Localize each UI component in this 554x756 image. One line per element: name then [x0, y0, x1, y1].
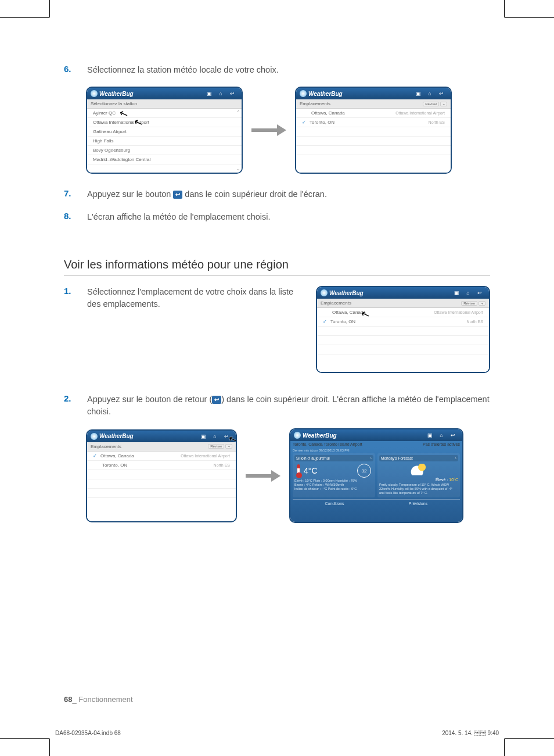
station-name: High Falls — [93, 138, 114, 144]
home-icon[interactable]: ⌂ — [462, 289, 474, 297]
location-station: Ottawa International Airport — [181, 454, 230, 458]
location-station: Ottawa International Airport — [434, 310, 483, 314]
station-item[interactable]: Aylmer QC ↖ — [87, 109, 242, 118]
tab-forecast[interactable]: Prévisions — [376, 500, 460, 507]
check-icon: ✓ — [302, 120, 306, 125]
step-b-2: 2. Appuyez sur le bouton de retour (↩) d… — [64, 393, 490, 418]
revise-button[interactable]: Réviser — [423, 102, 439, 106]
add-button[interactable]: + — [440, 102, 447, 106]
location-item — [296, 137, 451, 146]
return-icon: ↩ — [173, 191, 182, 199]
location-city: Toronto, ON — [310, 120, 334, 125]
flow-arrow-icon — [246, 471, 280, 481]
station-item[interactable]: Ottawa International Airport ↖ — [87, 118, 242, 127]
location-item — [87, 470, 236, 479]
crop-mark — [505, 17, 554, 18]
app-header: WeatherBug ▣ ⌂ ↩ ↖ — [87, 431, 236, 442]
save-icon[interactable]: ▣ — [203, 89, 215, 98]
weather-location-bar: Toronto, Canada Toronto Island Airport P… — [290, 441, 462, 447]
location-item — [87, 489, 236, 498]
app-brand-text: WeatherBug — [303, 432, 337, 439]
text-fragment: Appuyez sur le bouton de retour ( — [87, 395, 212, 404]
app-header: WeatherBug ▣ ⌂ ↩ — [87, 88, 242, 99]
return-icon[interactable]: ↩ — [447, 431, 459, 439]
panel-title: Emplacements Réviser + — [87, 442, 236, 452]
revise-button[interactable]: Réviser — [461, 301, 477, 306]
home-icon[interactable]: ⌂ — [209, 432, 221, 440]
today-panel: Si loin d' aujourd'hui › 4°C 32 Élevé : … — [293, 453, 375, 497]
return-icon[interactable]: ↩ — [226, 89, 238, 98]
header-buttons: Réviser + — [423, 102, 447, 106]
today-title-text: Si loin d' aujourd'hui — [296, 456, 330, 460]
scroll-down-icon[interactable]: ⌄ — [236, 166, 240, 171]
revise-button[interactable]: Réviser — [208, 444, 224, 449]
save-icon[interactable]: ▣ — [451, 289, 462, 297]
return-icon: ↩ — [212, 396, 221, 404]
footer-sep: _ — [72, 695, 76, 704]
home-icon[interactable]: ⌂ — [215, 89, 226, 98]
location-item[interactable]: Ottawa, Canada Ottawa International Airp… — [317, 308, 489, 317]
stat-line: Élevé : 10°C Pluie : 0.00mm Humidité : 7… — [294, 479, 373, 483]
step-text: Appuyez sur le bouton de retour (↩) dans… — [87, 393, 490, 418]
weatherbug-logo-icon — [91, 433, 98, 440]
text-fragment: dans le coin supérieur droit de l'écran. — [185, 189, 327, 199]
app-brand: WeatherBug — [294, 432, 424, 439]
station-name: Bovy Ogdensburg — [93, 148, 130, 153]
location-item[interactable]: Ottawa, Canada Ottawa International Airp… — [296, 109, 451, 118]
section-label: Fonctionnement — [78, 695, 132, 704]
step-number: 6. — [64, 64, 87, 74]
page-footer: 68_ Fonctionnement — [64, 695, 133, 704]
home-icon[interactable]: ⌂ — [436, 431, 447, 439]
stat-line: Indice de chaleur : --°C Point de rosée … — [294, 487, 373, 491]
thermometer-icon — [297, 464, 300, 477]
weatherbug-logo-icon — [321, 289, 328, 296]
step-number: 8. — [64, 211, 87, 221]
home-icon[interactable]: ⌂ — [424, 89, 436, 98]
forecast-title: Monday's Forecast › — [379, 455, 458, 461]
app-brand: WeatherBug — [321, 289, 451, 296]
return-icon[interactable]: ↩ — [436, 89, 447, 98]
location-item[interactable]: ✓ Ottawa, Canada Ottawa International Ai… — [87, 452, 236, 461]
location-item — [317, 354, 489, 363]
step-text: Sélectionnez la station météo locale de … — [87, 64, 490, 76]
screenshot-weather-detail: WeatherBug ▣ ⌂ ↩ Toronto, Canada Toronto… — [289, 428, 463, 523]
check-icon: ✓ — [323, 319, 327, 324]
step-b-1: 1. Sélectionnez l'emplacement de votre c… — [64, 286, 490, 373]
panel-title-text: Emplacements — [300, 101, 330, 106]
step-number: 2. — [64, 393, 87, 403]
location-item[interactable]: ✓ Toronto, ON North ES — [296, 118, 451, 127]
panel-title: Emplacements Réviser + — [317, 299, 489, 308]
weather-location: Toronto, Canada Toronto Island Airport — [293, 442, 362, 446]
station-item[interactable]: Gatineau Airport — [87, 127, 242, 137]
app-header: WeatherBug ▣ ⌂ ↩ — [296, 88, 451, 99]
screenshot-locations: WeatherBug ▣ ⌂ ↩ Emplacements Réviser + … — [295, 87, 452, 174]
location-city: Ottawa, Canada — [100, 453, 134, 458]
station-item[interactable]: High Falls — [87, 137, 242, 146]
expand-icon[interactable]: › — [370, 456, 372, 460]
flow-arrow-icon — [251, 126, 286, 135]
add-button[interactable]: + — [479, 301, 485, 306]
station-item[interactable]: Madrid–Waddington Central — [87, 155, 242, 164]
location-item[interactable]: ✓ Toronto, ON North ES — [317, 317, 489, 327]
tab-conditions[interactable]: Conditions — [293, 500, 376, 507]
location-station: Ottawa International Airport — [395, 111, 445, 115]
location-item — [296, 127, 451, 137]
station-item[interactable]: Bovy Ogdensburg — [87, 146, 242, 155]
crop-mark — [0, 738, 49, 739]
weather-body: Dernier mis à jour 09/12/2013 09:03 PM S… — [290, 447, 462, 522]
location-item — [317, 336, 489, 345]
save-icon[interactable]: ▣ — [197, 432, 209, 440]
location-city: Toronto, ON — [330, 319, 355, 324]
stat-line: Basse : 4°C Refaire : WNW30km/h — [294, 483, 373, 487]
app-header: WeatherBug ▣ ⌂ ↩ — [317, 287, 489, 299]
print-filename: DA68-02935A-04.indb 68 — [55, 730, 121, 736]
check-icon: ✓ — [93, 453, 97, 458]
save-icon[interactable]: ▣ — [412, 89, 424, 98]
return-icon[interactable]: ↩ — [474, 289, 485, 297]
location-item[interactable]: Toronto, ON North ES — [87, 461, 236, 470]
expand-icon[interactable]: › — [455, 456, 456, 460]
section-heading: Voir les informations météo pour une rég… — [64, 258, 490, 275]
save-icon[interactable]: ▣ — [424, 431, 436, 439]
location-station: North ES — [467, 320, 483, 324]
app-brand-text: WeatherBug — [308, 91, 343, 97]
